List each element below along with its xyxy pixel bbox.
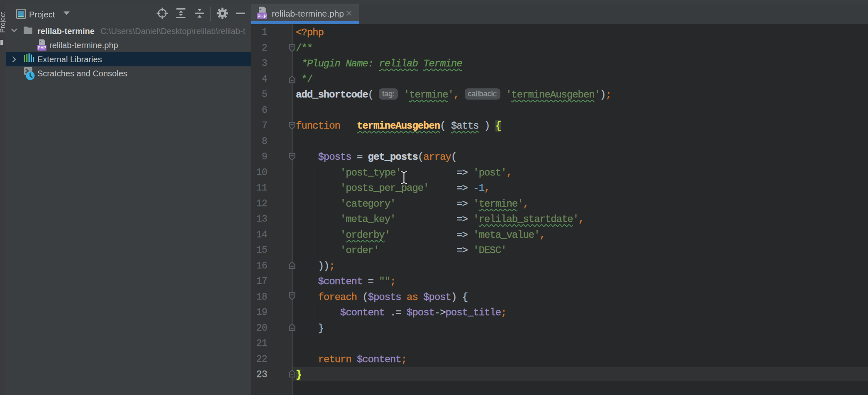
svg-text:PHP: PHP	[257, 14, 267, 19]
svg-text:PHP: PHP	[38, 46, 46, 50]
